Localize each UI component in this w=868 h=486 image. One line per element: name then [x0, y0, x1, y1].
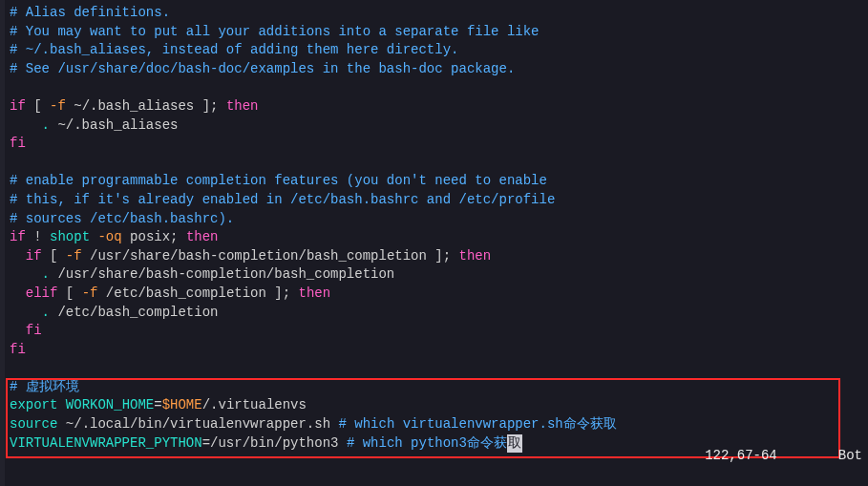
code-token-key: then — [226, 98, 259, 114]
code-line[interactable]: . /etc/bash_completion — [10, 304, 868, 323]
code-token-plain: /usr/bin/python3 — [210, 435, 347, 451]
scroll-indicator: Bot — [838, 448, 862, 463]
code-line[interactable]: if ! shopt -oq posix; then — [10, 228, 868, 247]
code-token-assign: = — [202, 435, 210, 451]
code-token-comment: # enable programmable completion feature… — [10, 173, 547, 188]
code-token-cmd: . — [42, 305, 50, 320]
code-line[interactable]: # sources /etc/bash.bashrc). — [10, 210, 868, 229]
code-token-plain: /usr/share/bash-completion/bash_completi… — [82, 248, 459, 264]
code-token-assign: = — [154, 397, 161, 412]
cursor-block: 取 — [507, 434, 522, 454]
code-token-plain — [10, 285, 26, 301]
editor-gutter — [0, 0, 5, 486]
code-token-comment: # which virtualenvwrapper.sh命令获取 — [338, 416, 616, 432]
code-line[interactable]: . /usr/share/bash-completion/bash_comple… — [10, 265, 868, 285]
code-token-plain — [10, 117, 42, 133]
code-token-cmd: . — [42, 117, 50, 133]
cursor-position: 122,67-64 — [705, 448, 777, 463]
code-token-key: fi — [10, 342, 26, 357]
code-token-plain: ~/.local/bin/virtualenvwrapper.sh — [57, 416, 338, 432]
code-line[interactable]: # Alias definitions. — [10, 4, 868, 23]
code-token-key: then — [186, 229, 219, 244]
code-token-plain — [10, 266, 42, 282]
code-line[interactable]: if [ -f ~/.bash_aliases ]; then — [10, 97, 868, 116]
code-token-plain: /etc/bash_completion — [50, 305, 218, 320]
code-line[interactable]: fi — [10, 135, 868, 154]
code-token-key: fi — [26, 323, 42, 338]
code-token-comment: # You may want to put all your additions… — [10, 24, 540, 39]
code-token-comment: # Alias definitions. — [10, 5, 170, 20]
code-token-cmd: shopt — [50, 229, 90, 244]
code-token-comment: # this, if it's already enabled in /etc/… — [10, 192, 555, 207]
vim-status-line: 122,67-64Bot — [673, 428, 862, 484]
code-token-key: elif — [26, 285, 58, 301]
code-token-var: VIRTUALENVWRAPPER_PYTHON — [10, 435, 202, 451]
code-token-val: $HOME — [162, 397, 202, 412]
code-content[interactable]: # Alias definitions.# You may want to pu… — [0, 0, 868, 453]
code-token-key: then — [299, 285, 331, 301]
code-token-cmd: export — [10, 397, 57, 412]
code-token-opt: -oq — [97, 229, 121, 244]
code-line[interactable]: fi — [10, 322, 868, 341]
code-line[interactable]: # See /usr/share/doc/bash-doc/examples i… — [10, 60, 868, 79]
code-token-key: then — [459, 248, 492, 264]
code-token-plain: /.virtualenvs — [202, 397, 307, 412]
code-line[interactable] — [10, 359, 868, 378]
code-line[interactable]: elif [ -f /etc/bash_completion ]; then — [10, 285, 868, 304]
code-token-cmd: source — [10, 416, 57, 432]
code-token-cmd: . — [42, 266, 50, 282]
code-line[interactable] — [10, 154, 868, 173]
code-token-plain — [57, 397, 65, 412]
code-token-plain — [10, 305, 42, 320]
code-token-comment: # sources /etc/bash.bashrc). — [10, 211, 234, 226]
code-token-plain: posix; — [122, 229, 186, 244]
code-token-opt: -f — [82, 285, 98, 301]
code-token-plain: /etc/bash_completion ]; — [97, 285, 298, 301]
code-line[interactable]: # ~/.bash_aliases, instead of adding the… — [10, 41, 868, 60]
code-line[interactable]: if [ -f /usr/share/bash-completion/bash_… — [10, 247, 868, 266]
code-line[interactable]: export WORKON_HOME=$HOME/.virtualenvs — [10, 396, 868, 415]
code-line[interactable]: # this, if it's already enabled in /etc/… — [10, 191, 868, 210]
code-token-comment: # which python3命令获 — [347, 435, 507, 451]
code-token-plain: ! — [26, 229, 50, 244]
code-token-opt: -f — [50, 98, 66, 114]
code-token-var: WORKON_HOME — [66, 397, 154, 412]
code-token-key: if — [10, 229, 26, 244]
code-token-plain: [ — [42, 248, 66, 264]
code-token-opt: -f — [66, 248, 82, 264]
terminal-editor[interactable]: # Alias definitions.# You may want to pu… — [0, 0, 868, 486]
code-token-plain: ~/.bash_aliases ]; — [66, 98, 226, 114]
code-token-comment: # ~/.bash_aliases, instead of adding the… — [10, 42, 458, 57]
code-token-plain: /usr/share/bash-completion/bash_completi… — [50, 266, 394, 282]
code-token-plain: [ — [26, 98, 50, 114]
code-line[interactable]: fi — [10, 341, 868, 360]
code-line[interactable] — [10, 78, 868, 97]
code-token-plain — [10, 323, 26, 338]
code-token-key: if — [10, 98, 26, 114]
code-token-key: if — [26, 248, 42, 264]
code-line[interactable]: . ~/.bash_aliases — [10, 116, 868, 136]
code-token-comment: # 虚拟环境 — [10, 379, 79, 394]
code-token-comment: # See /usr/share/doc/bash-doc/examples i… — [10, 61, 515, 76]
code-line[interactable]: # enable programmable completion feature… — [10, 172, 868, 191]
code-line[interactable]: # 虚拟环境 — [10, 378, 868, 397]
code-token-plain: ~/.bash_aliases — [50, 117, 178, 133]
code-line[interactable]: # You may want to put all your additions… — [10, 23, 868, 42]
code-token-plain — [10, 248, 26, 264]
code-token-plain: [ — [57, 285, 81, 301]
code-token-key: fi — [10, 136, 26, 151]
